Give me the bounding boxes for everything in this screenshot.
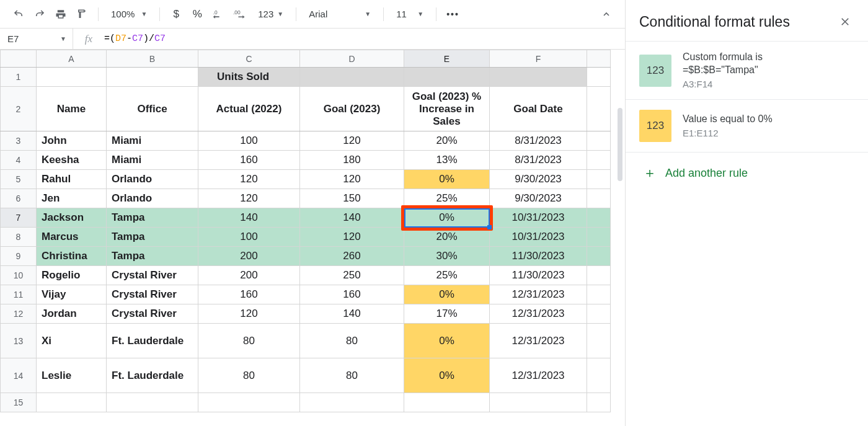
row-header[interactable]: 8 [1,228,37,247]
cell[interactable]: 12/31/2023 [490,285,587,304]
cell[interactable] [587,285,611,304]
cell[interactable]: 10/31/2023 [490,228,587,247]
cell[interactable]: 30% [404,247,490,266]
cell[interactable]: 160 [300,285,404,304]
cell[interactable] [37,393,107,412]
cell[interactable] [587,208,611,228]
cell[interactable]: 11/30/2023 [490,247,587,266]
format-percent-button[interactable]: % [187,4,207,24]
cell[interactable]: Xi [37,324,107,358]
cell[interactable]: 140 [300,208,404,228]
col-header-c[interactable]: C [198,50,300,68]
col-header-f[interactable]: F [490,50,587,68]
cell[interactable]: 12/31/2023 [490,358,587,393]
cell[interactable]: Orlando [107,170,198,189]
cell[interactable]: 8/31/2023 [490,151,587,170]
col-header-d[interactable]: D [300,50,404,68]
cell[interactable]: Miami [107,151,198,170]
cell[interactable]: 100 [198,228,300,247]
cell[interactable]: Crystal River [107,266,198,285]
cell[interactable]: 9/30/2023 [490,189,587,208]
row-header[interactable]: 15 [1,393,37,412]
cell[interactable] [587,87,611,131]
cell[interactable]: Miami [107,131,198,151]
cell[interactable]: Rogelio [37,266,107,285]
cell[interactable]: 25% [404,266,490,285]
cell[interactable] [587,151,611,170]
print-button[interactable] [51,4,71,24]
row-header[interactable]: 5 [1,170,37,189]
cell[interactable]: Rahul [37,170,107,189]
row-header[interactable]: 11 [1,285,37,304]
cell[interactable]: 100 [198,131,300,151]
format-currency-button[interactable]: $ [166,4,186,24]
cell[interactable] [587,189,611,208]
cell[interactable] [198,393,300,412]
col-header-b[interactable]: B [107,50,198,68]
row-header[interactable]: 13 [1,324,37,358]
cell[interactable]: 120 [198,304,300,324]
more-toolbar-button[interactable]: ••• [443,4,463,24]
cell[interactable]: 0% [404,324,490,358]
cell[interactable]: Tampa [107,228,198,247]
cell[interactable]: Jen [37,189,107,208]
select-all-corner[interactable] [1,50,37,68]
row-header[interactable]: 1 [1,68,37,87]
spreadsheet-grid[interactable]: A B C D E F 1 Units Sold 2 Name Office A… [0,50,625,426]
close-panel-button[interactable] [836,12,854,31]
decrease-decimal-button[interactable]: .0 [208,4,228,24]
cell[interactable]: 20% [404,228,490,247]
cell[interactable]: Ft. Lauderdale [107,358,198,393]
cell[interactable]: 80 [198,358,300,393]
cell[interactable]: 12/31/2023 [490,324,587,358]
cell[interactable]: Marcus [37,228,107,247]
cell[interactable]: John [37,131,107,151]
cell[interactable] [587,170,611,189]
cell[interactable]: Goal Date [490,87,587,131]
col-header-a[interactable]: A [37,50,107,68]
cell[interactable] [107,393,198,412]
cell[interactable]: 200 [198,266,300,285]
cell[interactable]: Goal (2023) % Increase in Sales [404,87,490,131]
format-rule-item[interactable]: 123 Value is equal to 0% E1:E112 [626,100,868,153]
cell[interactable] [587,358,611,393]
cell-units-sold[interactable]: Units Sold [198,68,300,87]
cell[interactable]: 120 [198,189,300,208]
cell[interactable]: 80 [300,358,404,393]
cell[interactable]: 120 [300,131,404,151]
cell[interactable]: 120 [300,170,404,189]
cell[interactable]: Orlando [107,189,198,208]
cell[interactable]: 0% [404,208,490,228]
collapse-toolbar-button[interactable] [596,4,616,24]
row-header[interactable]: 2 [1,87,37,131]
cell[interactable] [587,266,611,285]
row-header[interactable]: 6 [1,189,37,208]
cell[interactable]: 20% [404,131,490,151]
cell[interactable] [107,68,198,87]
cell[interactable] [300,68,404,87]
cell[interactable] [490,68,587,87]
cell[interactable]: 12/31/2023 [490,304,587,324]
col-header-blank[interactable] [587,50,611,68]
cell[interactable]: 80 [300,324,404,358]
cell[interactable]: Name [37,87,107,131]
cell[interactable]: Crystal River [107,285,198,304]
row-header[interactable]: 14 [1,358,37,393]
cell[interactable]: Leslie [37,358,107,393]
row-header[interactable]: 12 [1,304,37,324]
cell[interactable]: Jordan [37,304,107,324]
cell[interactable]: Crystal River [107,304,198,324]
cell[interactable] [37,68,107,87]
cell[interactable]: Office [107,87,198,131]
cell[interactable]: 0% [404,358,490,393]
font-select[interactable]: Arial ▼ [303,4,377,24]
more-formats-select[interactable]: 123 ▼ [252,4,290,24]
cell[interactable]: Tampa [107,208,198,228]
add-rule-button[interactable]: ＋ Add another rule [626,153,868,193]
cell[interactable]: 120 [198,170,300,189]
cell[interactable] [404,393,490,412]
row-header[interactable]: 4 [1,151,37,170]
cell[interactable]: 200 [198,247,300,266]
cell[interactable] [587,393,611,412]
cell[interactable] [587,228,611,247]
